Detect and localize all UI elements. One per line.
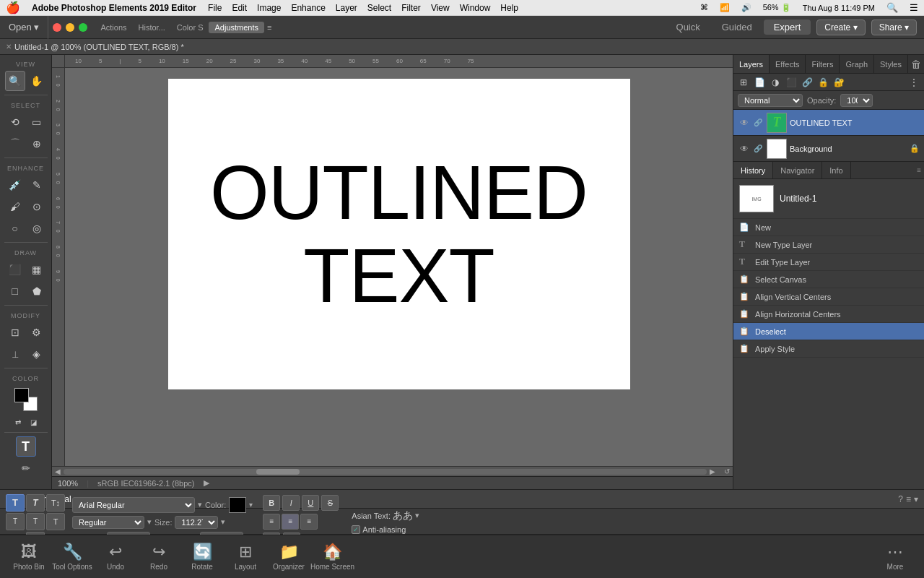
type-mask-vertical-button[interactable]: T <box>26 513 45 530</box>
brush-tool[interactable]: 🖌 <box>5 197 25 217</box>
underline-button[interactable]: U <box>302 495 319 511</box>
apple-menu[interactable]: 🍎 <box>6 1 20 14</box>
layer-visibility-icon-outlined-text[interactable]: 👁 <box>738 118 751 128</box>
menu-layer[interactable]: Layer <box>336 3 357 13</box>
home-screen-nav[interactable]: 🏠 Home Screen <box>310 543 354 571</box>
tab-history-mini[interactable]: Histor... <box>133 22 171 33</box>
lock-all-button[interactable]: 🔐 <box>832 75 846 90</box>
vertical-type-tool-button[interactable]: T↕ <box>46 494 65 512</box>
color-dropdown-icon[interactable]: ▾ <box>249 501 253 509</box>
horizontal-type-tool-button[interactable]: T <box>6 494 25 512</box>
default-colors-icon[interactable]: ◪ <box>27 415 41 428</box>
smudge-tool[interactable]: ◎ <box>27 218 47 238</box>
open-button[interactable]: Open ▾ <box>0 16 48 39</box>
style-arrow-icon[interactable]: ▾ <box>147 517 152 527</box>
tab-info[interactable]: Info <box>822 162 850 178</box>
move-tool[interactable]: ⟲ <box>5 112 25 132</box>
scroll-left-icon[interactable]: ◀ <box>55 467 61 475</box>
tab-adjustments[interactable]: Adjustments <box>209 22 264 33</box>
strikethrough-button[interactable]: S <box>321 495 339 511</box>
spot-healing-tool[interactable]: ✎ <box>27 175 47 195</box>
lasso-tool[interactable]: ⌒ <box>5 134 25 154</box>
font-select[interactable]: Arial Regular <box>72 497 195 513</box>
layer-item-background[interactable]: 👁 🔗 Background 🔒 <box>733 136 924 162</box>
text-color-swatch[interactable] <box>229 497 246 513</box>
create-adjustment-layer-button[interactable]: ◑ <box>768 75 783 90</box>
link-layers-button[interactable]: 🔗 <box>800 75 814 90</box>
type-tool[interactable]: T <box>16 436 36 457</box>
menu-window[interactable]: Window <box>460 3 491 13</box>
scroll-right-icon[interactable]: ▶ <box>710 467 715 475</box>
quick-select-tool[interactable]: ⊕ <box>27 134 47 154</box>
doc-tab-title[interactable]: Untitled-1 @ 100% (OUTLINED TEXT, RGB/8)… <box>14 43 184 51</box>
layer-visibility-icon-background[interactable]: 👁 <box>738 144 751 154</box>
layer-link-icon-background[interactable]: 🔗 <box>754 144 762 152</box>
minimize-window-button[interactable] <box>66 23 74 32</box>
foreground-color-swatch[interactable] <box>14 388 29 402</box>
tab-quick[interactable]: Quick <box>666 20 710 35</box>
profile-arrow[interactable]: ▶ <box>204 478 209 488</box>
font-arrow-icon[interactable]: ▾ <box>198 500 202 509</box>
tab-history[interactable]: History <box>733 162 773 178</box>
create-new-group-button[interactable]: ⊞ <box>736 75 751 90</box>
rectangle-tool[interactable]: □ <box>5 281 25 301</box>
zoom-tool[interactable]: 🔍 <box>5 71 25 91</box>
history-item-align-vertical[interactable]: 📋 Align Vertical Centers <box>733 288 924 306</box>
align-left-button[interactable]: ≡ <box>263 514 280 530</box>
align-center-button[interactable]: ≡ <box>282 514 299 530</box>
italic-button[interactable]: I <box>282 495 300 511</box>
menu-image[interactable]: Image <box>257 3 281 13</box>
pencil-tool[interactable]: ✏ <box>16 458 36 478</box>
control-center-icon[interactable]: ☰ <box>910 2 918 13</box>
tab-styles[interactable]: Styles <box>874 55 908 73</box>
clone-tool[interactable]: ⊙ <box>27 197 47 217</box>
menu-enhance[interactable]: Enhance <box>291 3 325 13</box>
switch-colors-icon[interactable]: ⇄ <box>11 415 25 428</box>
organizer-nav[interactable]: 📁 Organizer <box>267 543 310 571</box>
asian-text-dropdown[interactable]: ▾ <box>415 511 419 520</box>
type-options-list-icon[interactable]: ≡ <box>906 494 911 504</box>
more-nav[interactable]: ⋯ More <box>873 543 917 571</box>
history-item-new-type-layer[interactable]: T New Type Layer <box>733 236 924 254</box>
doc-close-button[interactable]: ✕ <box>6 43 12 51</box>
layer-panel-menu-icon[interactable]: ⋮ <box>907 75 921 90</box>
rotate-canvas-icon[interactable]: ↺ <box>724 467 730 475</box>
color-profile[interactable]: sRGB IEC61966-2.1 (8bpc) <box>97 479 195 488</box>
anti-alias-checkbox[interactable]: ✓ <box>352 525 360 534</box>
color-swatch-pair[interactable] <box>14 388 38 411</box>
history-panel-menu-icon[interactable]: ≡ <box>914 166 924 174</box>
tab-effects[interactable]: Effects <box>770 55 806 73</box>
tab-graph[interactable]: Graph <box>840 55 874 73</box>
fullscreen-window-button[interactable] <box>79 23 87 32</box>
fill-layer-button[interactable]: ⬛ <box>784 75 798 90</box>
tab-actions[interactable]: Actions <box>95 22 132 33</box>
zoom-level[interactable]: 100% <box>58 479 78 488</box>
layout-nav[interactable]: ⊞ Layout <box>224 543 267 571</box>
menu-edit[interactable]: Edit <box>232 3 247 13</box>
tab-filters[interactable]: Filters <box>806 55 840 73</box>
history-item-apply-style[interactable]: 📋 Apply Style <box>733 340 924 358</box>
tab-layers[interactable]: Layers <box>733 55 770 73</box>
lock-layer-button[interactable]: 🔒 <box>816 75 830 90</box>
menu-view[interactable]: View <box>431 3 450 13</box>
delete-layer-icon[interactable]: 🗑 <box>911 59 921 70</box>
menu-filter[interactable]: Filter <box>401 3 421 13</box>
undo-nav[interactable]: ↩ Undo <box>94 543 137 571</box>
asian-text-icon[interactable]: ああ <box>393 509 413 522</box>
history-item-align-horizontal[interactable]: 📋 Align Horizontal Centers <box>733 306 924 323</box>
eyedropper-tool[interactable]: 💉 <box>5 175 25 195</box>
photo-bin-nav[interactable]: 🖼 Photo Bin <box>7 543 51 571</box>
rotate-nav[interactable]: 🔄 Rotate <box>180 543 224 571</box>
hand-tool[interactable]: ✋ <box>27 71 47 91</box>
blur-tool[interactable]: ○ <box>5 218 25 238</box>
close-window-button[interactable] <box>53 23 61 32</box>
history-item-edit-type-layer[interactable]: T Edit Type Layer <box>733 254 924 271</box>
align-right-button[interactable]: ≡ <box>300 514 318 530</box>
bold-button[interactable]: B <box>263 495 280 511</box>
type-on-path-button[interactable]: T <box>46 513 65 530</box>
scroll-thumb[interactable] <box>256 469 300 475</box>
history-item-deselect[interactable]: 📋 Deselect <box>733 323 924 340</box>
tool-options-nav[interactable]: 🔧 Tool Options <box>51 543 94 571</box>
crop-tool[interactable]: ⊡ <box>5 322 25 342</box>
menu-select[interactable]: Select <box>367 3 391 13</box>
